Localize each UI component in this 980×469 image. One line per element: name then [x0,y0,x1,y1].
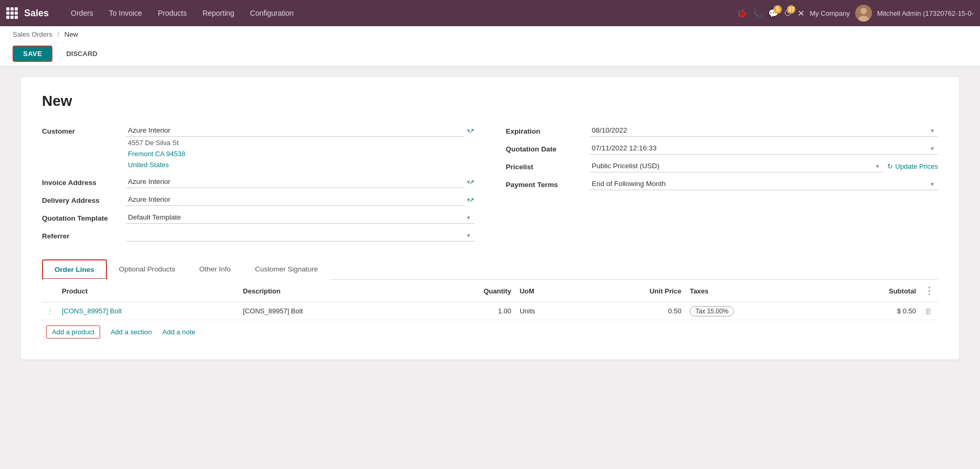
expiration-field-row: Expiration ▼ [506,124,939,137]
pricelist-input[interactable] [590,160,884,172]
menu-orders[interactable]: Orders [63,5,101,21]
discard-button[interactable]: DISCARD [59,46,104,62]
customer-value: ▼ ↗ 4557 De Silva St Fremont CA 94538 Un… [126,124,475,170]
add-note-button[interactable]: Add a note [163,325,196,339]
customer-external-link-icon[interactable]: ↗ [469,127,475,135]
pricelist-field-row: Pricelist ▼ ↻ Update Prices [506,160,939,172]
form-card: New Customer ▼ ↗ 4557 De Silva St [21,77,959,359]
customer-field-row: Customer ▼ ↗ 4557 De Silva St Fremont CA… [42,124,475,170]
quotation-date-field-row: Quotation Date ▼ [506,142,939,155]
delete-row-icon[interactable]: 🗑 [924,307,932,315]
tab-other-info[interactable]: Other Info [187,259,243,280]
topnav-right: 🐞 📞 💬 5 ⏱ 37 ✕ My Company Mitchell Admin… [737,5,974,21]
phone-icon[interactable]: 📞 [752,8,763,18]
row-taxes: Tax 15.00% [685,302,825,320]
col-taxes: Taxes [685,280,825,302]
expiration-input-wrap: ▼ [590,124,939,137]
row-uom[interactable]: Units [515,302,579,320]
quotation-template-value: ▼ [126,211,475,224]
tab-order-lines[interactable]: Order Lines [42,259,107,280]
expiration-input[interactable] [590,124,939,137]
add-product-button[interactable]: Add a product [46,325,100,339]
app-name: Sales [24,8,49,19]
chat-badge: 5 [773,5,782,14]
pricelist-input-wrap: ▼ [590,160,884,172]
row-drag-handle[interactable]: ⋮ [42,302,58,320]
quotation-date-value: ▼ [590,142,939,155]
delivery-address-label: Delivery Address [42,193,126,204]
tax-badge[interactable]: Tax 15.00% [690,306,734,317]
chat-icon[interactable]: 💬 5 [768,8,779,18]
payment-terms-input[interactable] [590,178,939,190]
action-bar: SAVE DISCARD [13,41,967,66]
delivery-address-field-row: Delivery Address ▼ ↗ [42,193,475,206]
delivery-address-input-wrap: ▼ ↗ [126,193,475,206]
expiration-label: Expiration [506,124,590,135]
menu-products[interactable]: Products [150,5,194,21]
main-menu: Orders To Invoice Products Reporting Con… [63,5,735,21]
col-uom: UoM [515,280,579,302]
app-logo[interactable]: Sales [6,7,56,19]
expiration-value: ▼ [590,124,939,137]
save-button[interactable]: SAVE [13,46,52,62]
bug-icon[interactable]: 🐞 [737,8,747,18]
update-prices-button[interactable]: ↻ Update Prices [887,162,938,170]
top-navigation: Sales Orders To Invoice Products Reporti… [0,0,980,26]
close-icon[interactable]: ✕ [798,8,804,18]
delivery-address-input[interactable] [126,193,465,206]
address-line1: 4557 De Silva St [128,138,475,149]
row-quantity[interactable]: 1.00 [420,302,515,320]
breadcrumb-parent[interactable]: Sales Orders [13,30,52,38]
clock-badge: 37 [787,5,795,14]
add-section-button[interactable]: Add a section [111,325,152,339]
page-title: New [42,93,938,110]
referrer-input[interactable] [126,229,475,242]
clock-icon[interactable]: ⏱ 37 [784,8,792,18]
referrer-input-wrap: ▼ [126,229,475,242]
svg-point-1 [860,8,867,14]
row-description[interactable]: [CONS_89957] Bolt [239,302,419,320]
update-prices-label: Update Prices [895,162,938,170]
customer-label: Customer [42,124,126,135]
payment-terms-value: ▼ [590,178,939,190]
quotation-template-input[interactable] [126,211,475,224]
payment-terms-label: Payment Terms [506,178,590,189]
tab-customer-signature[interactable]: Customer Signature [243,259,330,280]
delivery-address-external-link-icon[interactable]: ↗ [469,196,475,204]
product-link[interactable]: [CONS_89957] Bolt [62,307,122,315]
menu-configuration[interactable]: Configuration [243,5,301,21]
menu-to-invoice[interactable]: To Invoice [102,5,149,21]
row-delete: 🗑 [920,302,938,320]
quotation-date-input[interactable] [590,142,939,155]
breadcrumb-separator: / [58,30,60,38]
row-subtotal: $ 0.50 [826,302,920,320]
breadcrumb: Sales Orders / New [13,30,967,38]
pricelist-input-row: ▼ ↻ Update Prices [590,160,939,172]
user-avatar[interactable] [855,5,872,21]
invoice-address-input-wrap: ▼ ↗ [126,176,475,188]
quotation-template-input-wrap: ▼ [126,211,475,224]
invoice-address-value: ▼ ↗ [126,176,475,188]
invoice-address-external-link-icon[interactable]: ↗ [469,178,475,186]
form-fields: Customer ▼ ↗ 4557 De Silva St Fremont CA… [42,124,938,247]
menu-reporting[interactable]: Reporting [195,5,242,21]
order-lines-table: Product Description Quantity UoM Unit Pr… [42,280,938,320]
customer-input-wrap: ▼ ↗ [126,124,475,137]
tab-optional-products[interactable]: Optional Products [107,259,187,280]
tabs: Order Lines Optional Products Other Info… [42,259,938,280]
col-actions: ⋮ [920,280,938,302]
drag-handle-icon[interactable]: ⋮ [46,307,53,315]
customer-input[interactable] [126,124,465,137]
table-actions-icon[interactable]: ⋮ [924,286,934,296]
right-fields: Expiration ▼ Quotation Date ▼ [506,124,939,247]
company-name[interactable]: My Company [810,9,850,17]
row-unit-price[interactable]: 0.50 [579,302,685,320]
quotation-template-label: Quotation Template [42,211,126,222]
row-product: [CONS_89957] Bolt [58,302,239,320]
breadcrumb-current: New [64,30,78,38]
invoice-address-input[interactable] [126,176,465,188]
referrer-label: Referrer [42,229,126,240]
username[interactable]: Mitchell Admin (17320762-15-0- [877,9,974,17]
col-drag [42,280,58,302]
payment-terms-input-wrap: ▼ [590,178,939,190]
